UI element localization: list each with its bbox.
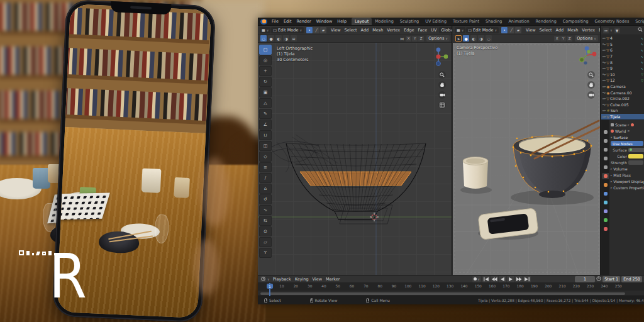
mirror-x-button[interactable]: X	[406, 36, 411, 42]
outliner-item-8[interactable]: ▸▽8∿	[601, 59, 644, 65]
menu-render[interactable]: Render	[294, 19, 313, 24]
tool-rotate[interactable]: ↻	[259, 77, 272, 87]
expand-caret-icon[interactable]: ▸	[604, 85, 606, 88]
overlays-icon[interactable]: ⊞	[291, 35, 297, 42]
tool-transform[interactable]: △	[259, 98, 272, 108]
properties-tab-material[interactable]	[602, 226, 609, 232]
expand-caret-icon[interactable]: ▸	[604, 61, 606, 64]
properties-tab-render[interactable]	[602, 138, 609, 144]
blender-logo-icon[interactable]	[260, 19, 267, 25]
viewport-menu-select[interactable]: Select	[343, 28, 359, 33]
outliner-item-cube-005[interactable]: ▸▽Cube.005	[601, 102, 644, 108]
shading-rendered-icon[interactable]: ◑	[283, 35, 289, 42]
strength-field[interactable]	[628, 160, 643, 165]
expand-caret-icon[interactable]: ▸	[604, 67, 606, 70]
tool-bevel[interactable]: ◇	[259, 152, 272, 162]
viewport-menu-mesh[interactable]: Mesh	[370, 28, 385, 33]
editor-type-button[interactable]	[260, 276, 266, 282]
expand-caret-icon[interactable]: ▸	[604, 97, 606, 100]
filter-icon[interactable]: ▼	[614, 28, 620, 33]
playhead-frame-label[interactable]: 1	[267, 284, 273, 289]
mode-dropdown[interactable]: ▢Edit Mode∨	[466, 27, 499, 33]
tool-spin[interactable]: ↺	[259, 194, 272, 204]
shading-solid-icon[interactable]: ●	[463, 35, 469, 42]
properties-tab-object-data[interactable]	[602, 217, 609, 223]
workspace-tab-rendering[interactable]: Rendering	[533, 18, 560, 26]
expand-caret-icon[interactable]: ▸	[604, 36, 606, 40]
edge-select-icon[interactable]: ╱	[508, 27, 514, 33]
editor-type-button[interactable]: ≔	[603, 28, 609, 33]
options-button[interactable]: Options∨	[575, 35, 598, 42]
expand-caret-icon[interactable]: ▸	[604, 48, 606, 52]
expand-caret-icon[interactable]: ▸	[604, 115, 606, 118]
expand-caret-icon[interactable]: ▸	[604, 103, 606, 106]
transport-jump-to-end-button[interactable]	[523, 276, 531, 282]
shading-rendered-icon[interactable]: ◑	[478, 35, 484, 42]
viewport-menu-edge[interactable]: Edge	[402, 28, 416, 33]
timeline-scrollbar[interactable]	[260, 292, 625, 295]
menu-help[interactable]: Help	[335, 19, 349, 24]
properties-tab-output[interactable]	[602, 147, 609, 153]
workspace-tab-animation[interactable]: Animation	[505, 18, 532, 26]
editor-type-button[interactable]: ▦∨	[260, 27, 270, 33]
workspace-tab-shading[interactable]: Shading	[482, 18, 505, 26]
move-view-icon[interactable]	[587, 81, 595, 89]
unlink-icon[interactable]: ✕	[627, 129, 630, 133]
viewport-menu-view[interactable]: View	[329, 28, 342, 33]
transport-previous-keyframe-button[interactable]	[491, 276, 498, 282]
viewport-menu-edge[interactable]: Edge	[597, 28, 600, 33]
shading-wireframe-icon[interactable]: ◌	[260, 35, 267, 42]
outliner-item-camera[interactable]: ▸◉Camera	[601, 84, 644, 90]
section-volume[interactable]: ▸Volume	[611, 165, 644, 172]
tool-select-box[interactable]: ▢	[259, 45, 272, 55]
shading-solid-icon[interactable]: ●	[268, 35, 274, 42]
tool-move[interactable]: +	[259, 66, 272, 76]
color-swatch[interactable]	[628, 154, 643, 158]
tool-loop-cut[interactable]: ≡	[259, 162, 272, 172]
workspace-tab-scripting[interactable]: Scripting	[632, 18, 644, 26]
viewport-menu-mesh[interactable]: Mesh	[565, 28, 580, 33]
timeline-menu-keying[interactable]: Keying	[293, 277, 311, 282]
viewport-menu-select[interactable]: Select	[538, 28, 554, 33]
camera-view-icon[interactable]	[587, 91, 595, 99]
viewport-menu-vertex[interactable]: Vertex	[385, 28, 402, 33]
viewport-menu-uv[interactable]: UV	[429, 28, 438, 33]
transport-play-reverse-button[interactable]	[499, 276, 506, 282]
tool-shear[interactable]: ▱	[259, 237, 272, 247]
viewport-left-canvas[interactable]	[258, 43, 452, 275]
section-mist-pass[interactable]: ▸Mist Pass	[611, 172, 644, 178]
menu-file[interactable]: File	[269, 19, 281, 24]
mirror-z-button[interactable]: Z	[418, 36, 424, 42]
vertex-select-icon[interactable]: •	[501, 27, 508, 33]
outliner-item-camera-00[interactable]: ▸◉Camera.00	[601, 89, 644, 96]
expand-caret-icon[interactable]: ▸	[604, 73, 606, 76]
face-select-icon[interactable]: ▰	[320, 27, 326, 33]
outliner-item-sun[interactable]: ▸☼Sun	[601, 108, 644, 114]
section-custom-properties[interactable]: ▸Custom Properties	[611, 184, 644, 191]
properties-tab-constraints[interactable]	[602, 208, 609, 214]
properties-tab-tool[interactable]	[602, 129, 609, 135]
end-frame-field[interactable]: End250	[621, 276, 642, 282]
outliner-item-9[interactable]: ▸▽9∿	[601, 65, 644, 72]
use-nodes-button[interactable]: Use Nodes	[611, 141, 643, 146]
tool-knife[interactable]: /	[259, 173, 272, 183]
world-datablock[interactable]: World ✕	[611, 128, 644, 134]
properties-tab-modifiers[interactable]	[602, 191, 609, 197]
section-viewport-display[interactable]: ▸Viewport Display	[611, 178, 644, 184]
properties-tab-view-layer[interactable]	[602, 155, 609, 162]
properties-tab-scene[interactable]	[602, 164, 609, 170]
outliner-item-7[interactable]: ▸▽7∿	[601, 53, 644, 60]
current-frame-field[interactable]: 1	[575, 276, 595, 282]
options-button[interactable]: Options∨	[426, 35, 450, 42]
mirror-x-button[interactable]: X	[554, 36, 560, 42]
tool-scale[interactable]: ▣	[259, 87, 272, 97]
expand-caret-icon[interactable]: ▸	[604, 55, 606, 58]
workspace-tab-modeling[interactable]: Modeling	[372, 18, 397, 26]
tool-extrude-region[interactable]: ⊔	[259, 130, 272, 140]
mirror-y-button[interactable]: Y	[412, 36, 418, 42]
viewport-menu-add[interactable]: Add	[359, 28, 371, 33]
workspace-tab-uv-editing[interactable]: UV Editing	[422, 18, 450, 26]
transport-play-button[interactable]	[507, 276, 514, 282]
mirror-z-button[interactable]: Z	[567, 36, 572, 42]
active-tool-icon[interactable]: ➤	[455, 35, 462, 42]
